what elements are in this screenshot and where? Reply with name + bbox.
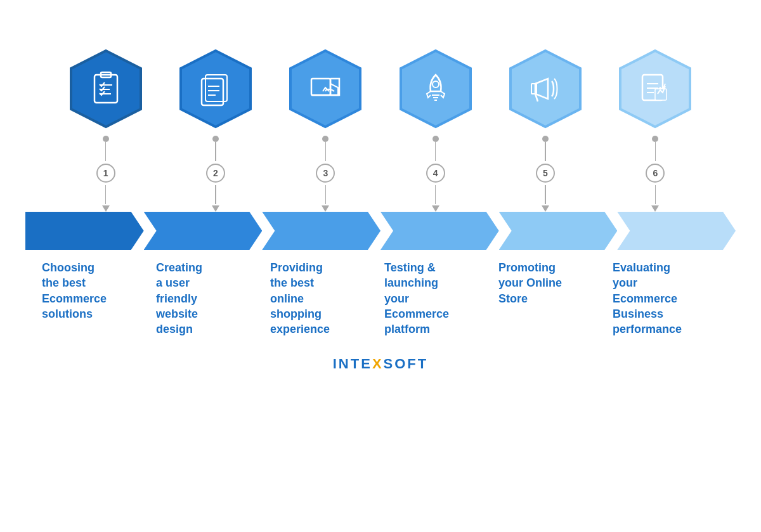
v-line-top-4 bbox=[435, 142, 436, 161]
step-number-3: 3 bbox=[316, 164, 335, 183]
arrow-down-3 bbox=[322, 205, 329, 212]
connector-2: 2 bbox=[206, 136, 225, 212]
step-icon-2 bbox=[197, 70, 235, 108]
v-line-bottom-3 bbox=[325, 185, 327, 204]
step-label-6: EvaluatingyourEcommerceBusinessperforman… bbox=[609, 260, 723, 337]
step-icon-1 bbox=[87, 70, 125, 108]
connector-6: 6 bbox=[646, 136, 665, 212]
step-col-6: 6 bbox=[601, 44, 710, 212]
steps-container: 1 2 3 4 5 bbox=[0, 44, 761, 337]
step-icon-3 bbox=[306, 70, 344, 108]
v-line-bottom-4 bbox=[435, 185, 436, 204]
connector-dot-3 bbox=[322, 136, 328, 142]
connector-dot-6 bbox=[652, 136, 658, 142]
ribbon-segment-1 bbox=[25, 212, 144, 250]
v-line-bottom-6 bbox=[655, 185, 656, 204]
step-label-2: Creatinga userfriendlywebsitedesign bbox=[152, 260, 266, 337]
hexagon-1 bbox=[62, 44, 150, 133]
step-icon-6 bbox=[636, 70, 674, 108]
arrow-ribbon bbox=[25, 212, 736, 250]
step-label-5: Promotingyour OnlineStore bbox=[495, 260, 609, 337]
arrow-down-4 bbox=[432, 205, 439, 212]
connector-1: 1 bbox=[96, 136, 115, 212]
connector-dot-1 bbox=[103, 136, 109, 142]
step-col-2: 2 bbox=[160, 44, 270, 212]
step-icon-5 bbox=[526, 70, 564, 108]
connector-4: 4 bbox=[426, 136, 445, 212]
connector-dot-4 bbox=[433, 136, 439, 142]
hexagon-6 bbox=[611, 44, 699, 133]
connector-dot-5 bbox=[542, 136, 549, 142]
step-col-3: 3 bbox=[271, 44, 380, 212]
connector-3: 3 bbox=[316, 136, 335, 212]
step-col-5: 5 bbox=[490, 44, 600, 212]
svg-rect-13 bbox=[311, 79, 330, 95]
ribbon-segment-4 bbox=[380, 212, 499, 250]
step-col-4: 4 bbox=[380, 44, 490, 212]
step-col-1: 1 bbox=[51, 44, 160, 212]
ribbon-segment-2 bbox=[144, 212, 263, 250]
connector-dot-2 bbox=[212, 136, 219, 142]
hexagon-2 bbox=[171, 44, 260, 133]
hexagon-3 bbox=[281, 44, 370, 133]
svg-point-17 bbox=[433, 81, 439, 88]
arrow-down-6 bbox=[651, 205, 659, 212]
ribbon-segment-5 bbox=[499, 212, 618, 250]
v-line-top-2 bbox=[215, 142, 216, 161]
step-label-4: Testing &launchingyourEcommerceplatform bbox=[380, 260, 495, 337]
v-line-bottom-1 bbox=[105, 185, 107, 204]
step-number-2: 2 bbox=[206, 164, 225, 183]
v-line-top-3 bbox=[325, 142, 327, 161]
v-line-top-6 bbox=[655, 142, 656, 161]
step-label-1: Choosingthe bestEcommercesolutions bbox=[38, 260, 152, 337]
v-line-bottom-5 bbox=[545, 185, 546, 204]
step-number-1: 1 bbox=[96, 164, 115, 183]
step-number-4: 4 bbox=[426, 164, 445, 183]
ribbon-segment-6 bbox=[617, 212, 736, 250]
connector-5: 5 bbox=[536, 136, 555, 212]
labels-row: Choosingthe bestEcommercesolutionsCreati… bbox=[25, 260, 736, 337]
step-icon-4 bbox=[417, 70, 455, 108]
brand-x: X bbox=[372, 356, 384, 372]
step-label-3: Providingthe bestonlineshoppingexperienc… bbox=[266, 260, 380, 337]
brand-logo: INTEXSOFT bbox=[333, 356, 428, 372]
arrow-down-5 bbox=[542, 205, 549, 212]
v-line-top-1 bbox=[105, 142, 107, 161]
arrow-down-1 bbox=[102, 205, 110, 212]
hexagon-5 bbox=[501, 44, 590, 133]
step-number-6: 6 bbox=[646, 164, 665, 183]
ribbon-segment-3 bbox=[262, 212, 380, 250]
hexagon-4 bbox=[391, 44, 480, 133]
v-line-bottom-2 bbox=[215, 185, 216, 204]
step-number-5: 5 bbox=[536, 164, 555, 183]
arrow-down-2 bbox=[212, 205, 219, 212]
v-line-top-5 bbox=[545, 142, 546, 161]
icons-row: 1 2 3 4 5 bbox=[25, 44, 736, 212]
